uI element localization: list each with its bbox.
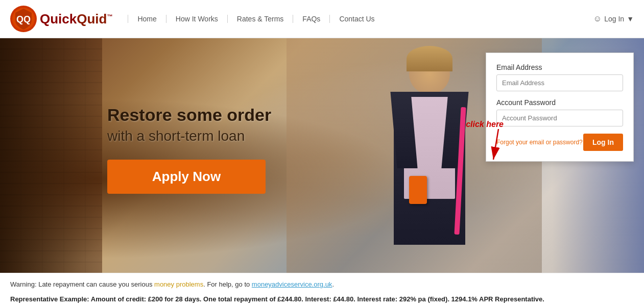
- hero-subtitle: with a short-term loan: [107, 128, 271, 144]
- password-label: Account Password: [496, 98, 623, 107]
- click-here-text: click here: [466, 120, 504, 129]
- dropdown-arrow-icon: ▼: [627, 15, 634, 23]
- nav-contact-us[interactable]: Contact Us: [330, 15, 384, 23]
- header: QQ QuickQuid™ Home How It Works Rates & …: [0, 0, 644, 38]
- warning-suffix: . For help, go to: [203, 280, 252, 288]
- email-input[interactable]: [496, 74, 623, 91]
- email-label: Email Address: [496, 63, 623, 71]
- header-right: ☺ Log In ▼ Email Address Account Passwor…: [593, 14, 634, 23]
- footer-warning: Warning: Late repayment can cause you se…: [0, 273, 644, 293]
- login-button[interactable]: ☺ Log In ▼: [593, 14, 634, 23]
- nav-home[interactable]: Home: [128, 15, 166, 23]
- logo-text: QuickQuid™: [40, 11, 112, 27]
- representative-example: Representative Example: Amount of credit…: [0, 293, 644, 307]
- click-here-arrow: [483, 129, 504, 165]
- login-dropdown: Email Address Account Password Forgot yo…: [486, 53, 634, 162]
- warning-end: .: [332, 280, 334, 288]
- warning-prefix: Warning: Late repayment can cause you se…: [10, 280, 154, 288]
- warning-money: money problems: [154, 280, 203, 288]
- login-submit-button[interactable]: Log In: [583, 134, 623, 151]
- login-label: Log In: [604, 15, 624, 23]
- brick-texture: [0, 38, 102, 273]
- user-icon: ☺: [593, 14, 602, 23]
- logo[interactable]: QQ QuickQuid™: [10, 6, 112, 32]
- apply-now-button[interactable]: Apply Now: [107, 160, 266, 194]
- main-nav: Home How It Works Rates & Terms FAQs Con…: [128, 15, 593, 23]
- nav-rates-terms[interactable]: Rates & Terms: [228, 15, 294, 23]
- login-dropdown-footer: Forgot your email or password? Log In: [496, 134, 623, 151]
- password-input[interactable]: [496, 110, 623, 126]
- svg-line-4: [493, 129, 498, 160]
- person-figure: [378, 54, 481, 273]
- logo-icon: QQ: [10, 6, 37, 32]
- hero-text-area: Restore some order with a short-term loa…: [107, 105, 271, 194]
- nav-how-it-works[interactable]: How It Works: [166, 15, 228, 23]
- svg-text:QQ: QQ: [16, 14, 31, 24]
- hero-title: Restore some order: [107, 105, 271, 125]
- forgot-password-link[interactable]: Forgot your email or password?: [496, 139, 583, 146]
- nav-faqs[interactable]: FAQs: [293, 15, 330, 23]
- click-here-annotation: click here: [466, 120, 504, 165]
- money-advice-link[interactable]: moneyadviceservice.org.uk: [252, 280, 332, 288]
